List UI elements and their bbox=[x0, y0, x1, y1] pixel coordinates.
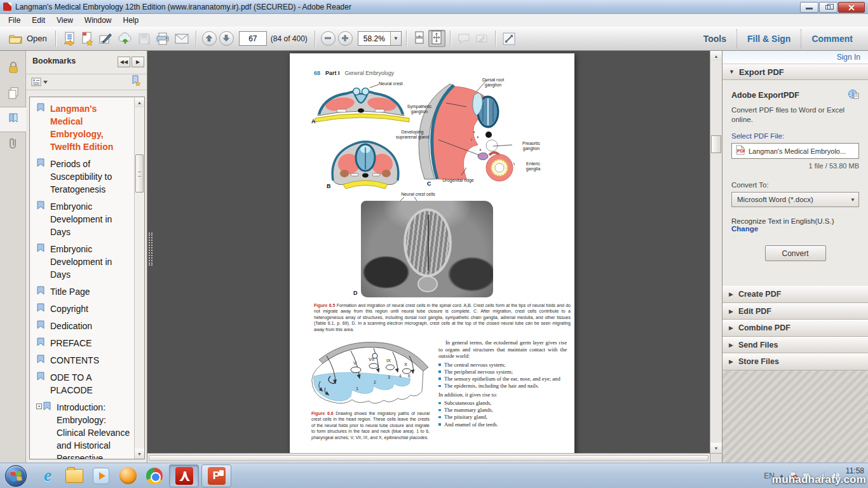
tab-tools[interactable]: Tools bbox=[693, 27, 736, 50]
expand-bookmark-button[interactable]: + bbox=[36, 403, 42, 409]
bookmark-item[interactable]: + Introduction: Embryology: Clinical Rel… bbox=[43, 401, 132, 459]
collapse-panel-button[interactable]: ◀◀ bbox=[118, 57, 130, 67]
previous-page-button[interactable] bbox=[202, 31, 217, 46]
zoom-dropdown-arrow[interactable]: ▼ bbox=[390, 32, 401, 45]
format-dropdown[interactable]: Microsoft Word (*.docx) ▼ bbox=[731, 192, 859, 207]
section-edit-pdf[interactable]: ▶ Edit PDF bbox=[722, 303, 868, 320]
page-thumbnails-tab[interactable] bbox=[0, 81, 26, 107]
export-pdf-header[interactable]: ▼ Export PDF bbox=[722, 64, 868, 80]
scroll-down-arrow[interactable]: ▼ bbox=[710, 443, 722, 453]
bookmark-icon bbox=[43, 402, 51, 414]
bookmark-item[interactable]: Title Page bbox=[36, 285, 132, 298]
document-vertical-scrollbar[interactable]: ▲ ▼ bbox=[710, 51, 722, 453]
cloud-upload-icon bbox=[118, 32, 133, 46]
section-create-pdf[interactable]: ▶ Create PDF bbox=[722, 286, 868, 303]
list-item: The mammary glands, bbox=[438, 407, 567, 414]
zoom-out-button[interactable] bbox=[321, 31, 336, 46]
start-button[interactable] bbox=[5, 465, 27, 487]
zoom-level-control[interactable]: ▼ bbox=[358, 31, 402, 46]
bookmark-item[interactable]: Embryonic Development in Days bbox=[36, 200, 132, 238]
select-pdf-file-label[interactable]: Select PDF File: bbox=[731, 132, 859, 140]
scrolling-mode-button[interactable] bbox=[411, 30, 428, 47]
document-arrow-icon bbox=[63, 32, 76, 46]
ectoderm-list: The central nervous system; The peripher… bbox=[438, 362, 567, 390]
open-folder-icon bbox=[9, 33, 23, 44]
menu-window[interactable]: Window bbox=[79, 15, 118, 26]
convert-button[interactable]: Convert bbox=[765, 245, 826, 261]
zoom-level-input[interactable] bbox=[358, 32, 390, 45]
orange-app-icon[interactable] bbox=[114, 464, 141, 487]
document-horizontal-scrollbar[interactable] bbox=[147, 453, 710, 463]
save-button[interactable] bbox=[135, 30, 153, 48]
bookmark-ribbon-icon bbox=[7, 112, 20, 127]
new-bookmark-button[interactable] bbox=[130, 75, 142, 89]
bookmark-options-button[interactable] bbox=[31, 78, 48, 86]
fullscreen-button[interactable] bbox=[500, 30, 518, 48]
email-button[interactable] bbox=[172, 30, 191, 48]
printer-icon bbox=[156, 32, 170, 45]
figure-6-5-panel-a bbox=[309, 81, 414, 127]
fullscreen-arrows-icon bbox=[503, 32, 515, 45]
close-button[interactable] bbox=[838, 2, 865, 13]
bookmark-item[interactable]: PREFACE bbox=[36, 337, 132, 349]
bookmark-item[interactable]: Dedication bbox=[36, 320, 132, 332]
scrollbar-thumb[interactable] bbox=[135, 154, 144, 193]
bookmark-item[interactable]: Embryonic Development in Days bbox=[36, 243, 132, 281]
expand-panel-button[interactable]: ▶ bbox=[132, 57, 144, 67]
windows-explorer-icon[interactable] bbox=[61, 464, 88, 487]
adobe-reader-taskbar-button[interactable] bbox=[169, 464, 199, 487]
powerpoint-taskbar-button[interactable]: P bbox=[201, 464, 231, 487]
pdf-file-icon: PDF bbox=[736, 145, 745, 158]
menu-help[interactable]: Help bbox=[118, 15, 145, 26]
send-document-button[interactable] bbox=[60, 30, 78, 48]
chevron-right-icon: ▶ bbox=[729, 342, 733, 348]
exportpdf-globe-icon bbox=[848, 89, 859, 102]
scrollbar-thumb[interactable] bbox=[711, 135, 721, 153]
sign-in-link[interactable]: Sign In bbox=[837, 53, 860, 62]
bookmarks-scrollbar[interactable]: ▲ ▼ bbox=[134, 97, 145, 459]
bookmark-item[interactable]: CONTENTS bbox=[36, 354, 132, 367]
section-combine-pdf[interactable]: ▶ Combine PDF bbox=[722, 320, 868, 337]
comment-bubble-button[interactable] bbox=[455, 30, 473, 48]
print-button[interactable] bbox=[153, 30, 172, 48]
bookmark-item[interactable]: ODE TO A PLACODE bbox=[36, 371, 132, 396]
upload-cloud-button[interactable] bbox=[115, 30, 135, 48]
menu-view[interactable]: View bbox=[51, 15, 79, 26]
bookmarks-tab[interactable] bbox=[0, 107, 27, 132]
scroll-up-arrow[interactable]: ▲ bbox=[710, 51, 722, 61]
toolbar: Open (84 of 400) ▼ bbox=[0, 27, 868, 51]
attachments-tab[interactable] bbox=[0, 132, 26, 158]
change-link[interactable]: Change bbox=[731, 225, 758, 233]
internet-explorer-icon[interactable]: e bbox=[34, 464, 61, 487]
bookmark-item[interactable]: Periods of Susceptibility to Teratogenes… bbox=[36, 158, 132, 196]
menu-edit[interactable]: Edit bbox=[26, 15, 51, 26]
tab-comment[interactable]: Comment bbox=[801, 27, 863, 50]
bookmark-icon bbox=[36, 158, 45, 170]
bookmark-item[interactable]: Copyright bbox=[36, 302, 132, 315]
page-number-input[interactable] bbox=[239, 31, 267, 46]
create-pdf-button[interactable] bbox=[78, 30, 96, 48]
zoom-in-button[interactable] bbox=[338, 31, 353, 46]
minimize-button[interactable] bbox=[800, 2, 818, 13]
minimize-icon bbox=[806, 8, 813, 10]
bookmark-item[interactable]: Langman's Medical Embryology, Twelfth Ed… bbox=[36, 102, 132, 153]
section-store-files[interactable]: ▶ Store Files bbox=[722, 353, 868, 370]
chrome-icon[interactable] bbox=[141, 464, 168, 487]
scroll-down-arrow[interactable]: ▼ bbox=[135, 449, 144, 459]
menu-file[interactable]: File bbox=[3, 15, 26, 26]
sign-button[interactable] bbox=[96, 30, 115, 48]
scrollbar-thumb[interactable] bbox=[149, 455, 709, 461]
single-page-mode-button[interactable] bbox=[428, 30, 445, 47]
panel-resize-grabber[interactable] bbox=[149, 233, 153, 266]
bookmark-icon bbox=[36, 337, 45, 349]
section-send-files[interactable]: ▶ Send Files bbox=[722, 337, 868, 354]
selected-file-box[interactable]: PDF Langman's Medical Embryolo... bbox=[731, 143, 859, 159]
next-page-button[interactable] bbox=[219, 31, 234, 46]
scroll-up-arrow[interactable]: ▲ bbox=[135, 97, 144, 107]
security-lock-tab[interactable] bbox=[0, 56, 26, 81]
tab-fill-sign[interactable]: Fill & Sign bbox=[737, 27, 801, 50]
highlight-button[interactable] bbox=[473, 30, 491, 48]
media-player-icon[interactable] bbox=[88, 464, 114, 487]
restore-button[interactable] bbox=[819, 2, 837, 13]
open-button[interactable]: Open bbox=[5, 30, 51, 48]
